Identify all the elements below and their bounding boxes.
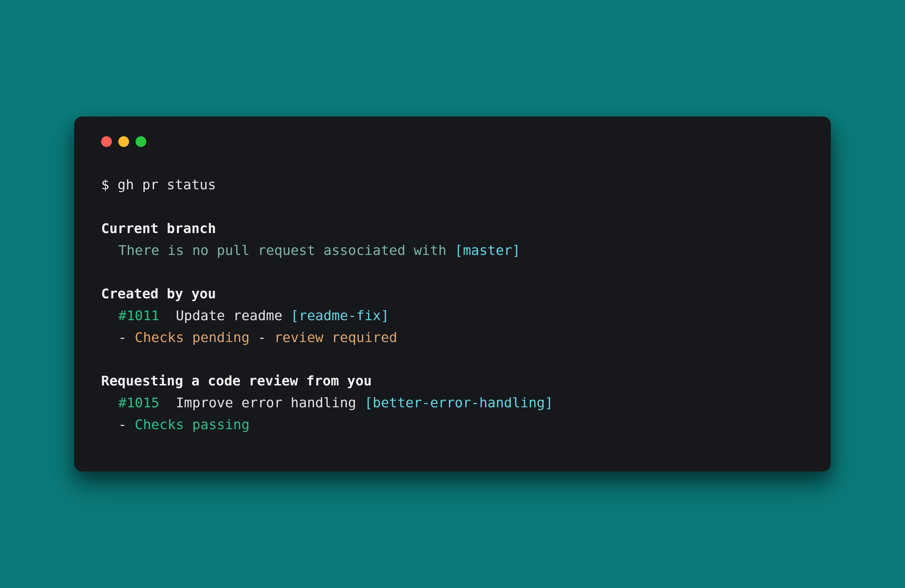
pr-status-1015: - Checks passing	[101, 414, 804, 435]
bullet: -	[249, 329, 274, 345]
bullet: -	[118, 416, 135, 432]
pr-status-1011: - Checks pending - review required	[101, 327, 804, 348]
review-status: review required	[274, 329, 397, 345]
branch-name: [master]	[455, 242, 520, 258]
zoom-icon[interactable]	[135, 136, 146, 147]
terminal-window: $ gh pr status Current branch There is n…	[74, 116, 831, 472]
checks-status: Checks pending	[135, 329, 249, 345]
pr-row-1011: #1011 Update readme [readme-fix]	[101, 305, 804, 327]
pr-title: Improve error handling	[176, 395, 364, 410]
section-heading-requesting-review: Requesting a code review from you	[101, 370, 804, 392]
pr-gap	[159, 308, 176, 323]
pr-gap	[159, 395, 176, 410]
bullet: -	[118, 329, 135, 345]
pr-branch: [better-error-handling]	[364, 395, 553, 410]
pr-row-1015: #1015 Improve error handling [better-err…	[101, 392, 804, 414]
section-heading-current-branch: Current branch	[101, 218, 804, 240]
command-line: $ gh pr status	[101, 174, 804, 196]
section-heading-created-by-you: Created by you	[101, 283, 804, 305]
pr-branch: [readme-fix]	[291, 308, 389, 323]
prompt-symbol: $	[101, 177, 117, 192]
terminal-content: $ gh pr status Current branch There is n…	[101, 174, 804, 435]
branch-message-text: There is no pull request associated with	[118, 242, 455, 258]
pr-title: Update readme	[176, 308, 291, 323]
checks-status: Checks passing	[135, 416, 249, 432]
pr-number: #1011	[118, 308, 159, 323]
minimize-icon[interactable]	[118, 136, 129, 147]
window-controls	[101, 136, 804, 147]
pr-number: #1015	[118, 395, 159, 410]
current-branch-message: There is no pull request associated with…	[101, 240, 804, 261]
close-icon[interactable]	[101, 136, 112, 147]
command-text: gh pr status	[117, 177, 216, 192]
